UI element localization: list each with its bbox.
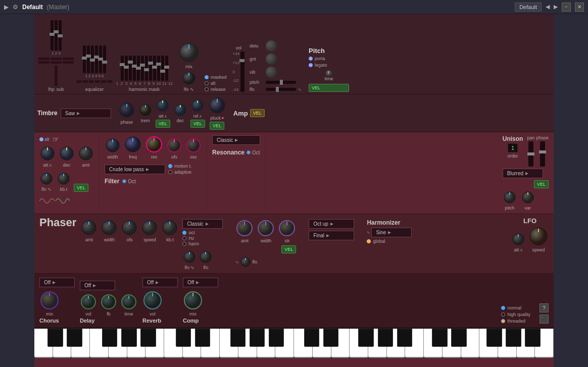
lfo-knob-filter[interactable] — [39, 172, 54, 186]
play-icon[interactable]: ▶ — [4, 4, 9, 11]
nav-right-btn[interactable]: ▶ — [554, 4, 558, 10]
kbt-knob-filter[interactable] — [57, 172, 71, 186]
rel-vel-btn[interactable]: VEL — [190, 120, 205, 128]
lfo-speed-knob[interactable] — [528, 226, 549, 246]
lfo-fader-right[interactable] — [266, 88, 296, 91]
hm-fader-7[interactable] — [145, 56, 148, 81]
white-key[interactable] — [517, 329, 535, 358]
white-key[interactable] — [387, 329, 406, 358]
white-key[interactable] — [313, 329, 331, 358]
hz-radio[interactable]: Hz — [182, 236, 223, 241]
white-key[interactable] — [443, 329, 461, 358]
white-key[interactable] — [461, 329, 480, 358]
vol-fader[interactable] — [240, 51, 244, 92]
width-knob-filter[interactable] — [105, 137, 121, 153]
nav-left-btn[interactable]: ◀ — [546, 4, 550, 10]
freq-knob-filter[interactable] — [124, 135, 142, 153]
comp-mix-knob[interactable] — [183, 290, 203, 310]
white-key[interactable] — [109, 329, 127, 358]
white-key[interactable] — [238, 329, 257, 358]
lfo-att-knob[interactable] — [511, 232, 525, 246]
hm-fader-12[interactable] — [165, 56, 168, 81]
white-key[interactable] — [350, 329, 368, 358]
normal-radio[interactable]: normal — [501, 305, 530, 310]
reverb-vol-knob[interactable] — [142, 290, 163, 310]
hm-fader-8[interactable] — [149, 56, 152, 81]
hm-fader-3[interactable] — [129, 56, 132, 81]
masked-radio[interactable]: masked — [205, 75, 227, 80]
phaser-speed-knob[interactable] — [141, 219, 158, 236]
timbre-dropdown[interactable]: Saw ▶ — [61, 109, 111, 118]
blurred-dropdown[interactable]: Blurred ▶ — [503, 169, 543, 178]
reverb-dropdown[interactable]: Off ▶ — [142, 278, 178, 287]
phaser-amt-knob[interactable] — [80, 219, 97, 236]
close-btn[interactable]: ✕ — [575, 3, 584, 12]
grit-knob[interactable] — [266, 54, 277, 65]
alt-indicator[interactable]: alt ☞ — [39, 135, 94, 143]
hm-fader-9[interactable] — [153, 56, 156, 81]
ofs-knob-filter[interactable] — [166, 137, 182, 153]
att-knob-timbre[interactable] — [156, 98, 170, 113]
alt-radio[interactable]: alt — [205, 81, 227, 86]
pan-fader[interactable] — [528, 141, 533, 167]
white-key[interactable] — [479, 329, 498, 358]
hm-fader-6[interactable] — [141, 56, 144, 81]
phase-fader[interactable] — [540, 141, 545, 167]
white-key[interactable] — [424, 329, 443, 358]
att-vel-btn[interactable]: VEL — [156, 120, 170, 128]
amp-vel-btn[interactable]: VEL — [250, 109, 265, 117]
white-key[interactable] — [331, 329, 350, 358]
phaser-lfo-knob-1[interactable] — [182, 250, 197, 264]
phaser-width2-knob[interactable] — [257, 219, 275, 237]
hm-fader-2[interactable] — [125, 56, 128, 81]
plugin-icon-btn[interactable]: ⬛ — [540, 314, 549, 324]
hm-fader-4[interactable] — [133, 56, 136, 81]
fader-g2-3[interactable] — [91, 45, 94, 73]
chorus-mix-knob[interactable] — [39, 290, 60, 310]
sine-dropdown[interactable]: Sine ▶ — [371, 228, 412, 237]
filter-vel-btn[interactable]: VEL — [74, 184, 88, 192]
piano-keyboard[interactable] — [34, 328, 554, 358]
high-quality-radio[interactable]: high quality — [501, 312, 530, 317]
white-key[interactable] — [201, 329, 220, 358]
settings-icon[interactable]: ⚙ — [13, 4, 18, 11]
white-key[interactable] — [71, 329, 90, 358]
white-key[interactable] — [368, 329, 387, 358]
blurred-vel-btn[interactable]: VEL — [534, 180, 549, 188]
resonance-oct[interactable]: Oct — [247, 150, 260, 155]
phaser-ofs-knob[interactable] — [121, 219, 138, 236]
white-key[interactable] — [257, 329, 276, 358]
phaser-amt2-knob[interactable] — [235, 219, 254, 237]
white-key[interactable] — [127, 329, 146, 358]
pluck-knob[interactable] — [208, 96, 226, 115]
osc-knob-filter[interactable] — [185, 137, 202, 153]
phaser-str-knob[interactable] — [278, 219, 296, 237]
hm-fader-11[interactable] — [161, 56, 164, 81]
white-key[interactable] — [34, 329, 53, 358]
chorus-dropdown[interactable]: Off ▶ — [39, 278, 75, 287]
final-dropdown[interactable]: Final ▶ — [309, 231, 354, 240]
white-key[interactable] — [498, 329, 517, 358]
delay-dropdown[interactable]: Off ▶ — [80, 281, 115, 290]
fader-3[interactable] — [59, 20, 62, 50]
dec-knob-filter[interactable] — [59, 145, 75, 162]
delay-fb-knob[interactable] — [100, 293, 117, 310]
pitch-vel-btn[interactable]: VEL — [309, 84, 349, 92]
oct-radio[interactable]: oct — [182, 230, 223, 235]
global-indicator[interactable]: global — [367, 239, 412, 244]
white-key[interactable] — [275, 329, 294, 358]
mix-knob[interactable] — [178, 42, 200, 63]
comp-dropdown[interactable]: Off ▶ — [183, 278, 218, 287]
white-key[interactable] — [183, 329, 202, 358]
fader-g2-6[interactable] — [103, 45, 106, 73]
phaser-lfo-knob-2[interactable] — [199, 250, 213, 264]
oct-up-dropdown[interactable]: Oct up ▶ — [309, 219, 354, 229]
delay-time-knob[interactable] — [120, 293, 137, 310]
phase-knob[interactable] — [118, 101, 135, 119]
hm-fader-5[interactable] — [137, 56, 140, 81]
delay-vol-knob[interactable] — [80, 293, 97, 310]
vib-knob[interactable] — [266, 67, 277, 78]
dec-knob-timbre[interactable] — [173, 103, 187, 117]
white-key[interactable] — [145, 329, 164, 358]
white-key[interactable] — [535, 329, 554, 358]
